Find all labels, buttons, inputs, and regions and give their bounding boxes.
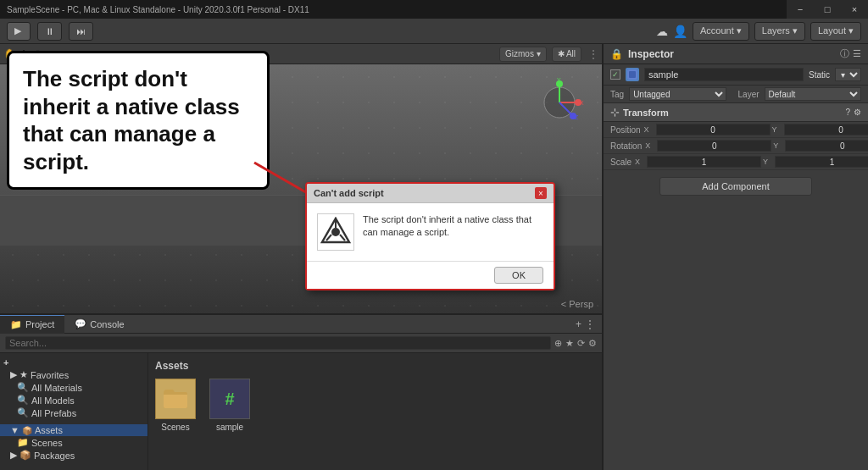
title-text: SampleScene - PC, Mac & Linux Standalone… (7, 5, 309, 14)
object-checkbox[interactable]: ✓ (610, 69, 620, 80)
all-models-item[interactable]: 🔍 All Models (0, 394, 147, 406)
position-x-input[interactable] (656, 124, 771, 135)
project-tab[interactable]: 📁 Project (0, 315, 64, 334)
account-button[interactable]: Account ▾ (693, 22, 749, 41)
ry-axis-label: Y (773, 141, 783, 150)
question-icon: ? (845, 108, 850, 117)
top-toolbar: ▶ ⏸ ⏭ ☁ 👤 Account ▾ Layers ▾ Layout ▾ (0, 19, 868, 44)
star-icon: ★ (19, 369, 28, 380)
assets-item[interactable]: ▼ 📦 Assets (0, 424, 147, 436)
dialog-title: Can't add script (314, 188, 384, 198)
dialog-footer: OK (307, 261, 554, 289)
rotation-field: X Y Z (645, 140, 868, 152)
package-icon: 📦 (19, 450, 31, 461)
add-button[interactable]: + (0, 357, 147, 368)
project-tree: + ▶ ★ Favorites 🔍 All Materials 🔍 All Mo… (0, 353, 148, 470)
step-button[interactable]: ⏭ (69, 22, 93, 41)
scale-field: X Y Z (635, 156, 868, 168)
component-header-icons: ? ⚙ (845, 108, 861, 117)
script-asset-icon: # (209, 379, 250, 419)
add-component-button[interactable]: Add Component (659, 177, 812, 196)
bottom-tabs: 📁 Project 💬 Console + ⋮ (0, 315, 602, 334)
search-input[interactable] (5, 336, 551, 350)
x-axis-label: X (644, 125, 654, 134)
scale-row: Scale X Y Z (604, 154, 868, 170)
object-icon (626, 68, 639, 81)
svg-text:Z: Z (575, 114, 579, 120)
menu-icon: ☰ (853, 48, 861, 59)
search-icon: 🔍 (17, 382, 29, 393)
transform-component-header[interactable]: ⊹ Transform ? ⚙ (604, 103, 868, 122)
sx-axis-label: X (635, 158, 645, 166)
scale-y-input[interactable] (775, 156, 868, 168)
rotation-y-input[interactable] (785, 140, 868, 152)
play-button[interactable]: ▶ (7, 22, 31, 41)
folder-asset-icon (155, 379, 196, 419)
rotation-row: Rotation X Y Z (604, 138, 868, 154)
layers-button[interactable]: Layers ▾ (754, 22, 805, 41)
layer-label: Layer (738, 90, 760, 99)
collab-icon: ☁ (656, 25, 668, 38)
bookmark-icon: ★ (565, 338, 574, 349)
tag-label: Tag (610, 90, 624, 99)
scenes-item[interactable]: 📁 Scenes (0, 436, 147, 449)
dialog-message: The script don't inherit a native class … (363, 213, 543, 240)
chevron-right-icon2: ▶ (10, 450, 17, 461)
sample-asset[interactable]: # sample (209, 379, 250, 432)
add-folder-icon: + (576, 318, 581, 330)
minimize-button[interactable]: − (787, 0, 814, 19)
sy-axis-label: Y (763, 158, 773, 166)
object-name-input[interactable] (644, 68, 804, 81)
inspector-header: 🔒 Inspector ⓘ ☰ (604, 44, 868, 64)
project-icon: 📁 (10, 319, 22, 330)
unity-logo-icon (317, 213, 354, 251)
scenes-asset[interactable]: Scenes (155, 379, 196, 432)
dialog-ok-button[interactable]: OK (494, 267, 543, 284)
dialog-body: The script don't inherit a native class … (307, 203, 554, 261)
all-button[interactable]: ✱ All (552, 47, 581, 62)
rx-axis-label: X (645, 141, 655, 150)
tag-select[interactable]: Untagged (629, 87, 726, 101)
all-prefabs-item[interactable]: 🔍 All Prefabs (0, 406, 147, 419)
bottom-content: + ▶ ★ Favorites 🔍 All Materials 🔍 All Mo… (0, 353, 602, 470)
all-materials-item[interactable]: 🔍 All Materials (0, 381, 147, 394)
gizmos-button[interactable]: Gizmos ▾ (499, 47, 547, 62)
layout-button[interactable]: Layout ▾ (810, 22, 861, 41)
scale-x-input[interactable] (647, 156, 761, 168)
sample-asset-label: sample (216, 423, 243, 432)
search-filter-icon: ⊕ (554, 338, 562, 349)
assets-icon: 📦 (22, 426, 32, 435)
settings-component-icon: ⚙ (854, 108, 861, 117)
static-dropdown[interactable]: ▾ (835, 68, 861, 81)
favorites-header[interactable]: ▶ ★ Favorites (0, 368, 147, 381)
position-label: Position (610, 125, 641, 135)
svg-text:X: X (580, 100, 584, 106)
rotation-x-input[interactable] (657, 140, 771, 152)
position-field: X Y Z (644, 124, 868, 135)
dialog-title-bar: Can't add script × (307, 184, 554, 203)
svg-text:Y: Y (557, 77, 561, 83)
console-tab[interactable]: 💬 Console (64, 315, 134, 334)
pause-button[interactable]: ⏸ (37, 22, 62, 41)
inspector-object-row: ✓ Static ▾ (604, 64, 868, 86)
cant-add-script-dialog: Can't add script × The script don't inhe… (305, 182, 555, 290)
maximize-button[interactable]: □ (814, 0, 841, 19)
assets-grid: Scenes # sample (155, 379, 595, 432)
svg-rect-13 (629, 71, 636, 78)
close-button[interactable]: × (841, 0, 868, 19)
rotation-label: Rotation (610, 141, 642, 151)
more-icon: ⋮ (585, 318, 595, 330)
transform-icon: ⊹ (610, 106, 620, 119)
refresh-icon: ⟳ (577, 338, 585, 349)
dialog-close-button[interactable]: × (535, 187, 547, 199)
chevron-right-icon: ▶ (10, 369, 17, 380)
folder-icon: 📁 (17, 437, 29, 448)
position-y-input[interactable] (784, 124, 868, 135)
inspector-title: Inspector (628, 48, 674, 60)
annotation-box: The script don't inherit a native class … (7, 51, 270, 190)
bottom-panel: 📁 Project 💬 Console + ⋮ ⊕ ★ ⟳ ⚙ (0, 313, 602, 470)
info-icon: ⓘ (840, 47, 849, 60)
position-row: Position X Y Z (604, 122, 868, 138)
packages-item[interactable]: ▶ 📦 Packages (0, 449, 147, 462)
layer-select[interactable]: Default (765, 87, 861, 101)
